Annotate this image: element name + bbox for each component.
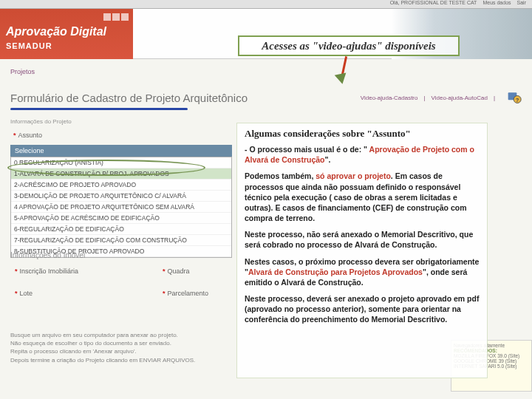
section-info-projeto: Informações do Projeto	[10, 118, 72, 125]
considerations-p2: Podemos também, só aprovar o projeto. Em…	[245, 171, 480, 223]
svg-text:?: ?	[516, 97, 519, 103]
dropdown-option[interactable]: 5-APROVAÇÃO DE ACRÉSCIMO DE EDIFICAÇÃO	[11, 213, 231, 224]
assunto-dropdown[interactable]: Selecione 0 REGULARIZAÇÃO (ANISTIA) 1-AL…	[10, 145, 232, 258]
app-title: Aprovação Digital	[6, 25, 106, 38]
lote-label: *Lote	[15, 290, 33, 297]
dropdown-option[interactable]: 7-REGULARIZAÇÃO DE EDIFICAÇÃO COM CONSTR…	[11, 235, 231, 246]
divider: |	[494, 95, 495, 101]
page-title: Formulário de Cadastro de Projeto Arquit…	[10, 92, 248, 104]
divider: |	[423, 95, 425, 101]
meus-dados-link[interactable]: Meus dados	[482, 0, 511, 8]
brand-block: Aprovação Digital SEMADUR	[0, 9, 133, 59]
dropdown-option[interactable]: 3-DEMOLIÇÃO DE PROJETO ARQUITETÔNICO C/ …	[11, 191, 231, 202]
assunto-label: *Assunto	[13, 132, 42, 139]
dropdown-list[interactable]: 0 REGULARIZAÇÃO (ANISTIA) 1-ALVARÁ DE CO…	[10, 157, 232, 258]
title-underline	[10, 108, 188, 110]
dropdown-option[interactable]: 4 APROVAÇÃO DE PROJETO ARQUITETÔNICO SEM…	[11, 202, 231, 213]
decorative-squares	[103, 13, 129, 21]
video-help-cadastro-link[interactable]: Video-ajuda-Cadastro	[361, 95, 418, 101]
considerations-p1: - O processo mais usual é o de: " Aprova…	[245, 144, 480, 165]
inscricao-label: *Inscrição Imobiliária	[15, 267, 78, 275]
dropdown-option[interactable]: 1-ALVARÁ DE CONSTRUÇÃO P/ PROJ. APROVADO…	[11, 168, 231, 180]
greeting-text: Olá, PROFISSIONAL DE TESTE CAT	[390, 0, 477, 8]
considerations-p3: Neste processo, não será anexado o Memor…	[245, 229, 480, 250]
considerations-p5: Neste processo, deverá ser anexado o pro…	[245, 293, 480, 325]
section-info-imovel: Informações do Imóvel	[10, 251, 85, 259]
callout-consideracoes: Algumas considerações sobre "Assunto" - …	[236, 123, 488, 378]
attach-instructions: Busque um arquivo em seu computador para…	[10, 331, 232, 364]
considerations-p4: Nestes casos, o próximo processo devera …	[245, 256, 480, 288]
parcelamento-label: *Parcelamento	[163, 290, 208, 297]
quadra-label: *Quadra	[163, 267, 190, 275]
help-icon[interactable]: ?	[507, 90, 522, 105]
org-name: SEMADUR	[6, 41, 52, 50]
dropdown-option[interactable]: 6-REGULARIZAÇÃO DE EDIFICAÇÃO	[11, 224, 231, 235]
video-help-autocad-link[interactable]: Video-ajuda-AutoCad	[432, 95, 488, 101]
nav-projetos[interactable]: Projetos	[10, 68, 35, 75]
sair-link[interactable]: Sair	[517, 0, 526, 8]
considerations-title: Algumas considerações sobre "Assunto"	[245, 128, 480, 140]
dropdown-selected[interactable]: Selecione	[10, 145, 232, 157]
dropdown-option[interactable]: 0 REGULARIZAÇÃO (ANISTIA)	[11, 157, 231, 168]
callout-video-ajudas: Acesses as "video-ajudas" disponíveis	[238, 35, 460, 56]
dropdown-option[interactable]: 2-ACRÉSCIMO DE PROJETO APROVADO	[11, 180, 231, 191]
